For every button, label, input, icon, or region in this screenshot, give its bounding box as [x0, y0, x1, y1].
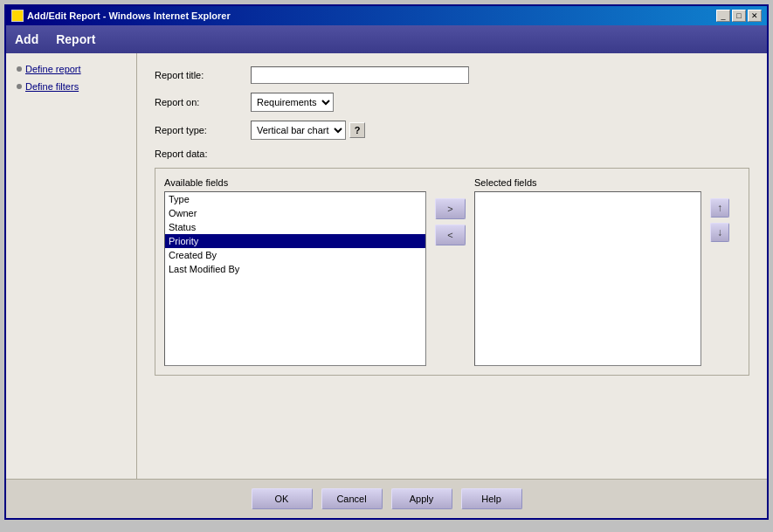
- list-item[interactable]: Last Modified By: [165, 262, 425, 276]
- main-panel: Report title: Report on: Requirements Re…: [137, 53, 767, 479]
- list-item[interactable]: Owner: [165, 206, 425, 220]
- sidebar-item-define-filters[interactable]: Define filters: [13, 79, 129, 93]
- report-type-label: Report type:: [155, 125, 251, 135]
- minimize-button[interactable]: _: [716, 10, 730, 22]
- content-area: Define report Define filters Report titl…: [6, 53, 767, 479]
- report-type-row: Report type: Vertical bar chart ?: [155, 121, 749, 140]
- transfer-buttons: > <: [435, 177, 466, 245]
- move-up-button[interactable]: ↑: [710, 198, 729, 218]
- selected-fields-label: Selected fields: [474, 177, 701, 188]
- sidebar: Define report Define filters: [6, 53, 137, 479]
- report-title-input[interactable]: [251, 66, 469, 84]
- report-data-label: Report data:: [155, 149, 251, 159]
- list-item[interactable]: Type: [165, 192, 425, 206]
- report-title-label: Report title:: [155, 70, 251, 80]
- fields-section: Available fields Type Owner Status Prior…: [155, 168, 749, 376]
- list-item[interactable]: Status: [165, 220, 425, 234]
- list-item-selected[interactable]: Priority: [165, 234, 425, 248]
- apply-button[interactable]: Apply: [391, 488, 452, 509]
- list-item[interactable]: Created By: [165, 248, 425, 262]
- report-title-row: Report title:: [155, 66, 749, 84]
- cancel-button[interactable]: Cancel: [321, 488, 383, 509]
- report-on-control: Requirements: [251, 93, 334, 112]
- available-fields-box: Available fields Type Owner Status Prior…: [164, 177, 426, 366]
- available-fields-list[interactable]: Type Owner Status Priority Created By La…: [164, 191, 426, 366]
- report-on-row: Report on: Requirements: [155, 93, 749, 112]
- report-type-select[interactable]: Vertical bar chart: [251, 121, 346, 140]
- fields-container: Available fields Type Owner Status Prior…: [164, 177, 740, 366]
- selected-fields-box: Selected fields: [474, 177, 701, 366]
- report-type-control: Vertical bar chart ?: [251, 121, 365, 140]
- menu-add[interactable]: Add: [15, 32, 38, 46]
- order-buttons: ↑ ↓: [710, 177, 729, 242]
- maximize-button[interactable]: □: [732, 10, 746, 22]
- selected-fields-list[interactable]: [474, 191, 701, 366]
- available-fields-label: Available fields: [164, 177, 426, 188]
- add-field-button[interactable]: >: [435, 198, 466, 219]
- close-button[interactable]: ✕: [748, 10, 762, 22]
- report-on-select[interactable]: Requirements: [251, 93, 334, 112]
- sidebar-item-label: Define filters: [25, 81, 79, 92]
- title-bar-controls: _ □ ✕: [716, 10, 762, 22]
- sidebar-item-label: Define report: [25, 64, 81, 74]
- app-icon: [11, 10, 24, 22]
- sidebar-item-define-report[interactable]: Define report: [13, 62, 129, 76]
- menu-report[interactable]: Report: [56, 32, 95, 46]
- report-data-row: Report data:: [155, 149, 749, 159]
- remove-field-button[interactable]: <: [435, 225, 466, 245]
- help-icon-button[interactable]: ?: [349, 122, 365, 138]
- report-on-label: Report on:: [155, 97, 251, 107]
- window-title: Add/Edit Report - Windows Internet Explo…: [27, 10, 231, 21]
- menu-bar: Add Report: [6, 25, 767, 53]
- help-button[interactable]: Help: [461, 488, 522, 509]
- title-bar-text: Add/Edit Report - Windows Internet Explo…: [11, 10, 231, 22]
- bottom-bar: OK Cancel Apply Help: [6, 479, 767, 518]
- main-window: Add/Edit Report - Windows Internet Explo…: [4, 4, 769, 520]
- bullet-icon: [17, 66, 22, 72]
- bullet-icon: [17, 84, 22, 89]
- title-bar: Add/Edit Report - Windows Internet Explo…: [6, 6, 767, 25]
- move-down-button[interactable]: ↓: [710, 223, 729, 242]
- ok-button[interactable]: OK: [252, 488, 313, 509]
